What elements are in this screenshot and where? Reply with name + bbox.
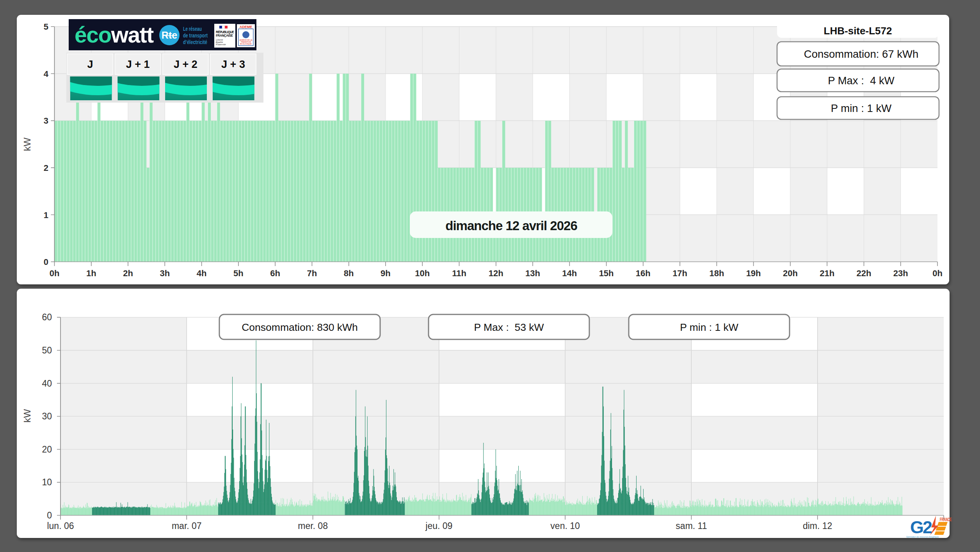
svg-text:lun. 06: lun. 06 [47,521,74,531]
svg-text:10h: 10h [415,268,430,278]
svg-text:11h: 11h [452,268,466,278]
svg-text:P Max : 4 kW: P Max : 4 kW [828,75,895,87]
svg-text:18h: 18h [709,268,724,278]
svg-text:14h: 14h [562,268,577,278]
svg-text:dimanche 12 avril 2026: dimanche 12 avril 2026 [445,218,577,233]
svg-text:0: 0 [44,257,48,267]
svg-text:dim. 12: dim. 12 [803,521,832,531]
svg-text:J + 2: J + 2 [174,59,197,70]
svg-text:5h: 5h [233,268,244,278]
svg-text:5: 5 [44,22,48,32]
svg-text:1h: 1h [86,268,96,278]
svg-text:RÉPUBLIQUE: RÉPUBLIQUE [216,30,235,34]
svg-text:0: 0 [47,510,52,520]
svg-text:10: 10 [42,477,52,487]
svg-text:ven. 10: ven. 10 [550,521,580,531]
svg-text:13h: 13h [525,268,540,278]
svg-text:J + 3: J + 3 [221,59,245,70]
svg-text:Fraternité: Fraternité [216,43,226,46]
svg-text:sam. 11: sam. 11 [676,521,707,531]
svg-text:kW: kW [22,409,32,422]
svg-text:écowatt: écowatt [75,22,154,47]
svg-text:3: 3 [44,116,48,126]
svg-text:23h: 23h [893,268,908,278]
svg-text:ÉCOLOGIQUE: ÉCOLOGIQUE [240,43,251,45]
svg-text:17h: 17h [672,268,687,278]
svg-text:Consommation: 67 kWh: Consommation: 67 kWh [804,48,918,60]
svg-text:15h: 15h [599,268,614,278]
svg-text:mar. 07: mar. 07 [172,521,202,531]
svg-text:4: 4 [44,69,49,79]
svg-text:d’électricité: d’électricité [183,39,207,45]
svg-text:FRANCE: FRANCE [940,517,952,522]
svg-text:1: 1 [44,210,48,220]
svg-text:FRANÇAISE: FRANÇAISE [216,34,233,37]
svg-text:0h: 0h [50,268,60,278]
svg-text:9h: 9h [381,268,391,278]
svg-text:21h: 21h [820,268,834,278]
svg-text:12h: 12h [489,268,503,278]
svg-text:16h: 16h [636,268,651,278]
svg-text:20h: 20h [783,268,798,278]
svg-text:P min : 1 kW: P min : 1 kW [680,321,738,333]
svg-text:ADEME: ADEME [240,25,253,29]
svg-text:LHB-site-L572: LHB-site-L572 [824,25,892,37]
svg-text:2: 2 [44,163,48,173]
svg-text:Consommation: 830 kWh: Consommation: 830 kWh [242,321,358,333]
svg-text:22h: 22h [857,268,872,278]
svg-text:50: 50 [42,345,52,355]
svg-text:jeu. 09: jeu. 09 [425,521,452,531]
svg-text:60: 60 [42,312,52,322]
svg-text:J + 1: J + 1 [126,59,150,70]
svg-text:Le réseau: Le réseau [183,26,202,32]
svg-text:6h: 6h [270,268,280,278]
svg-text:2h: 2h [123,268,133,278]
svg-text:20: 20 [42,444,52,454]
svg-text:Optimisation des ressources én: Optimisation des ressources énergétiques [906,536,939,538]
svg-text:30: 30 [42,411,52,421]
svg-text:Rte: Rte [162,30,177,41]
svg-text:G2: G2 [910,517,932,537]
svg-text:J: J [87,59,93,70]
svg-text:3h: 3h [160,268,170,278]
svg-text:8h: 8h [344,268,354,278]
svg-text:P Max : 53 kW: P Max : 53 kW [474,321,544,333]
svg-text:40: 40 [42,378,52,389]
svg-text:mer. 08: mer. 08 [298,521,328,531]
svg-text:7h: 7h [307,268,317,278]
svg-text:P min : 1 kW: P min : 1 kW [831,102,891,114]
svg-text:de transport: de transport [183,32,208,39]
svg-text:4h: 4h [197,268,207,278]
svg-text:0h: 0h [932,268,943,278]
svg-text:19h: 19h [746,268,761,278]
svg-text:kW: kW [22,137,32,151]
